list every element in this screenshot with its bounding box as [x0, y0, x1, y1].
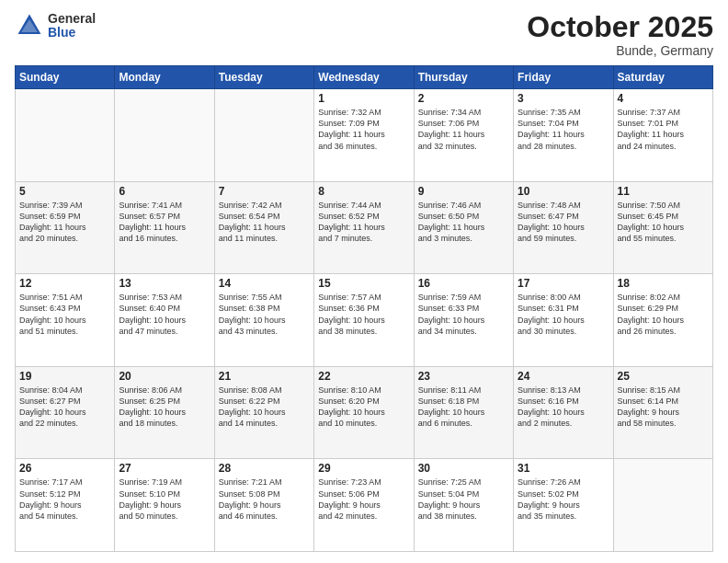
table-row: 15Sunrise: 7:57 AM Sunset: 6:36 PM Dayli…: [314, 274, 414, 367]
day-info: Sunrise: 7:34 AM Sunset: 7:06 PM Dayligh…: [418, 107, 509, 152]
day-info: Sunrise: 7:50 AM Sunset: 6:45 PM Dayligh…: [618, 200, 709, 245]
table-row: 2Sunrise: 7:34 AM Sunset: 7:06 PM Daylig…: [414, 89, 513, 182]
col-sunday: Sunday: [16, 66, 115, 89]
day-number: 30: [418, 462, 509, 475]
calendar-header-row: Sunday Monday Tuesday Wednesday Thursday…: [16, 66, 713, 89]
table-row: 27Sunrise: 7:19 AM Sunset: 5:10 PM Dayli…: [115, 459, 214, 552]
day-number: 22: [318, 370, 409, 383]
day-info: Sunrise: 7:44 AM Sunset: 6:52 PM Dayligh…: [318, 200, 409, 245]
table-row: 14Sunrise: 7:55 AM Sunset: 6:38 PM Dayli…: [214, 274, 313, 367]
table-row: 7Sunrise: 7:42 AM Sunset: 6:54 PM Daylig…: [214, 181, 313, 274]
day-number: 18: [618, 277, 709, 290]
table-row: 13Sunrise: 7:53 AM Sunset: 6:40 PM Dayli…: [115, 274, 214, 367]
logo-blue: Blue: [48, 26, 96, 40]
day-info: Sunrise: 7:59 AM Sunset: 6:33 PM Dayligh…: [418, 292, 509, 337]
col-monday: Monday: [115, 66, 214, 89]
day-number: 4: [618, 92, 709, 105]
day-number: 7: [219, 185, 310, 198]
table-row: 6Sunrise: 7:41 AM Sunset: 6:57 PM Daylig…: [115, 181, 214, 274]
day-number: 1: [318, 92, 409, 105]
table-row: 28Sunrise: 7:21 AM Sunset: 5:08 PM Dayli…: [214, 459, 313, 552]
page: General Blue October 2025 Bunde, Germany…: [0, 0, 728, 563]
table-row: 17Sunrise: 8:00 AM Sunset: 6:31 PM Dayli…: [514, 274, 613, 367]
day-info: Sunrise: 7:35 AM Sunset: 7:04 PM Dayligh…: [518, 107, 609, 152]
day-info: Sunrise: 8:15 AM Sunset: 6:14 PM Dayligh…: [618, 385, 709, 430]
table-row: 5Sunrise: 7:39 AM Sunset: 6:59 PM Daylig…: [16, 181, 115, 274]
day-info: Sunrise: 7:32 AM Sunset: 7:09 PM Dayligh…: [318, 107, 409, 152]
table-row: 18Sunrise: 8:02 AM Sunset: 6:29 PM Dayli…: [613, 274, 712, 367]
table-row: 1Sunrise: 7:32 AM Sunset: 7:09 PM Daylig…: [314, 89, 414, 182]
calendar-week-row: 19Sunrise: 8:04 AM Sunset: 6:27 PM Dayli…: [16, 366, 713, 459]
table-row: 26Sunrise: 7:17 AM Sunset: 5:12 PM Dayli…: [16, 459, 115, 552]
table-row: 29Sunrise: 7:23 AM Sunset: 5:06 PM Dayli…: [314, 459, 414, 552]
col-tuesday: Tuesday: [214, 66, 313, 89]
calendar-week-row: 1Sunrise: 7:32 AM Sunset: 7:09 PM Daylig…: [16, 89, 713, 182]
table-row: [16, 89, 115, 182]
day-info: Sunrise: 8:06 AM Sunset: 6:25 PM Dayligh…: [119, 385, 210, 430]
title-block: October 2025 Bunde, Germany: [527, 11, 713, 58]
day-number: 20: [119, 370, 210, 383]
day-info: Sunrise: 8:04 AM Sunset: 6:27 PM Dayligh…: [19, 385, 110, 430]
col-friday: Friday: [514, 66, 613, 89]
table-row: 24Sunrise: 8:13 AM Sunset: 6:16 PM Dayli…: [514, 366, 613, 459]
day-info: Sunrise: 7:37 AM Sunset: 7:01 PM Dayligh…: [618, 107, 709, 152]
day-number: 12: [19, 277, 110, 290]
table-row: 10Sunrise: 7:48 AM Sunset: 6:47 PM Dayli…: [514, 181, 613, 274]
day-info: Sunrise: 8:11 AM Sunset: 6:18 PM Dayligh…: [418, 385, 509, 430]
day-number: 2: [418, 92, 509, 105]
location: Bunde, Germany: [527, 43, 713, 58]
day-number: 27: [119, 462, 210, 475]
day-info: Sunrise: 7:26 AM Sunset: 5:02 PM Dayligh…: [518, 477, 609, 522]
day-number: 5: [19, 185, 110, 198]
col-wednesday: Wednesday: [314, 66, 414, 89]
logo-icon: [15, 11, 44, 40]
day-info: Sunrise: 7:25 AM Sunset: 5:04 PM Dayligh…: [418, 477, 509, 522]
table-row: [613, 459, 712, 552]
day-info: Sunrise: 8:02 AM Sunset: 6:29 PM Dayligh…: [618, 292, 709, 337]
table-row: [115, 89, 214, 182]
day-info: Sunrise: 7:21 AM Sunset: 5:08 PM Dayligh…: [219, 477, 310, 522]
table-row: 16Sunrise: 7:59 AM Sunset: 6:33 PM Dayli…: [414, 274, 513, 367]
day-number: 17: [518, 277, 609, 290]
table-row: 8Sunrise: 7:44 AM Sunset: 6:52 PM Daylig…: [314, 181, 414, 274]
day-info: Sunrise: 8:08 AM Sunset: 6:22 PM Dayligh…: [219, 385, 310, 430]
table-row: 21Sunrise: 8:08 AM Sunset: 6:22 PM Dayli…: [214, 366, 313, 459]
day-number: 23: [418, 370, 509, 383]
day-info: Sunrise: 8:10 AM Sunset: 6:20 PM Dayligh…: [318, 385, 409, 430]
day-number: 3: [518, 92, 609, 105]
day-info: Sunrise: 7:23 AM Sunset: 5:06 PM Dayligh…: [318, 477, 409, 522]
day-info: Sunrise: 7:55 AM Sunset: 6:38 PM Dayligh…: [219, 292, 310, 337]
table-row: 31Sunrise: 7:26 AM Sunset: 5:02 PM Dayli…: [514, 459, 613, 552]
calendar-week-row: 5Sunrise: 7:39 AM Sunset: 6:59 PM Daylig…: [16, 181, 713, 274]
calendar-week-row: 12Sunrise: 7:51 AM Sunset: 6:43 PM Dayli…: [16, 274, 713, 367]
day-number: 8: [318, 185, 409, 198]
day-number: 13: [119, 277, 210, 290]
calendar-table: Sunday Monday Tuesday Wednesday Thursday…: [15, 65, 713, 552]
logo: General Blue: [15, 11, 96, 40]
table-row: 3Sunrise: 7:35 AM Sunset: 7:04 PM Daylig…: [514, 89, 613, 182]
day-number: 28: [219, 462, 310, 475]
day-number: 21: [219, 370, 310, 383]
day-number: 25: [618, 370, 709, 383]
day-number: 9: [418, 185, 509, 198]
day-number: 15: [318, 277, 409, 290]
header: General Blue October 2025 Bunde, Germany: [15, 11, 713, 58]
col-thursday: Thursday: [414, 66, 513, 89]
table-row: 30Sunrise: 7:25 AM Sunset: 5:04 PM Dayli…: [414, 459, 513, 552]
day-info: Sunrise: 7:19 AM Sunset: 5:10 PM Dayligh…: [119, 477, 210, 522]
day-number: 16: [418, 277, 509, 290]
day-info: Sunrise: 7:42 AM Sunset: 6:54 PM Dayligh…: [219, 200, 310, 245]
day-info: Sunrise: 7:51 AM Sunset: 6:43 PM Dayligh…: [19, 292, 110, 337]
calendar-week-row: 26Sunrise: 7:17 AM Sunset: 5:12 PM Dayli…: [16, 459, 713, 552]
logo-text: General Blue: [48, 12, 96, 40]
table-row: [214, 89, 313, 182]
day-number: 29: [318, 462, 409, 475]
day-number: 19: [19, 370, 110, 383]
day-info: Sunrise: 7:41 AM Sunset: 6:57 PM Dayligh…: [119, 200, 210, 245]
day-info: Sunrise: 7:46 AM Sunset: 6:50 PM Dayligh…: [418, 200, 509, 245]
day-info: Sunrise: 7:53 AM Sunset: 6:40 PM Dayligh…: [119, 292, 210, 337]
day-info: Sunrise: 7:17 AM Sunset: 5:12 PM Dayligh…: [19, 477, 110, 522]
table-row: 19Sunrise: 8:04 AM Sunset: 6:27 PM Dayli…: [16, 366, 115, 459]
day-number: 10: [518, 185, 609, 198]
table-row: 22Sunrise: 8:10 AM Sunset: 6:20 PM Dayli…: [314, 366, 414, 459]
